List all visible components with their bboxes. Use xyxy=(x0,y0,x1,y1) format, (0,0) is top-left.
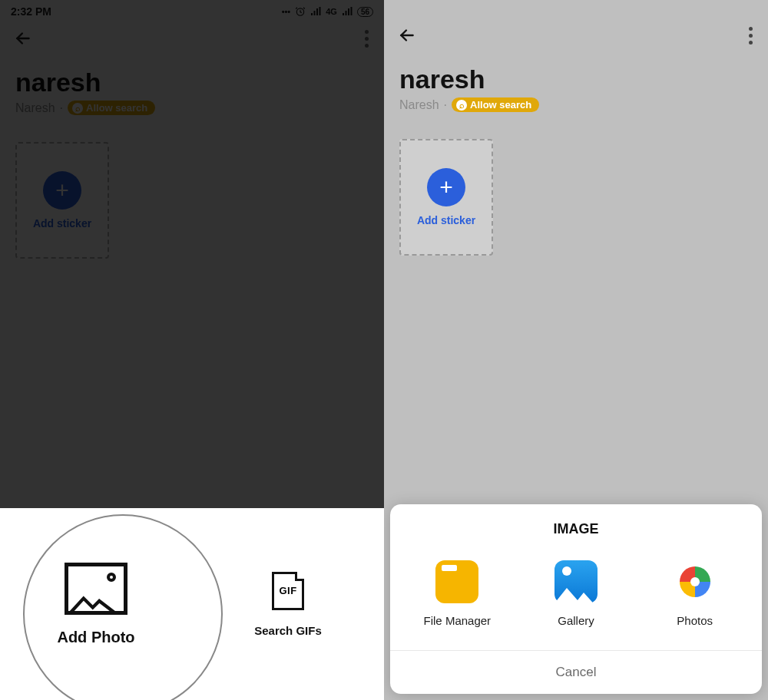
photo-icon xyxy=(65,563,127,615)
add-sticker-label: Add sticker xyxy=(417,214,475,226)
search-icon: ⌕ xyxy=(456,100,467,111)
dot-icon xyxy=(749,27,753,31)
dot-icon xyxy=(749,34,753,38)
allow-search-chip[interactable]: ⌕ Allow search xyxy=(452,97,539,112)
svg-point-2 xyxy=(690,577,700,586)
gallery-icon xyxy=(554,560,598,603)
pack-title: naresh xyxy=(399,64,753,94)
search-gifs-option[interactable]: GIF Search GIFs xyxy=(192,572,384,637)
plus-icon: + xyxy=(427,168,465,206)
app-file-manager[interactable]: File Manager xyxy=(411,560,503,627)
profile-block: naresh Naresh · ⌕ Allow search xyxy=(384,51,768,120)
screen-add-photo: 2:32 PM ••• 4G 56 xyxy=(0,0,384,700)
cancel-button[interactable]: Cancel xyxy=(390,650,762,694)
sheet-title: IMAGE xyxy=(390,521,762,537)
gif-file-icon: GIF xyxy=(272,572,304,610)
add-photo-label: Add Photo xyxy=(57,629,134,646)
app-label: Photos xyxy=(677,614,713,627)
back-button[interactable] xyxy=(393,21,421,49)
app-label: Gallery xyxy=(558,614,594,627)
add-photo-option[interactable]: Add Photo xyxy=(0,563,192,646)
google-photos-icon xyxy=(674,560,717,603)
app-google-photos[interactable]: Photos xyxy=(649,560,741,627)
separator-dot: · xyxy=(444,98,447,112)
add-sticker-tile[interactable]: + Add sticker xyxy=(399,139,493,256)
overflow-menu-button[interactable] xyxy=(742,21,759,49)
header-bar xyxy=(384,20,768,51)
svg-marker-1 xyxy=(554,588,598,603)
file-manager-icon xyxy=(435,560,478,603)
app-label: File Manager xyxy=(424,614,492,627)
search-gifs-label: Search GIFs xyxy=(254,624,322,637)
chip-label: Allow search xyxy=(470,99,531,111)
gif-text: GIF xyxy=(279,585,296,596)
author-name: Naresh xyxy=(399,98,439,112)
app-gallery[interactable]: Gallery xyxy=(530,560,622,627)
bottom-sheet-source: Add Photo GIF Search GIFs xyxy=(0,508,384,700)
screen-image-picker: naresh Naresh · ⌕ Allow search + Add sti… xyxy=(384,0,768,700)
image-source-sheet: IMAGE File Manager Gallery xyxy=(390,504,762,694)
dot-icon xyxy=(749,41,753,45)
